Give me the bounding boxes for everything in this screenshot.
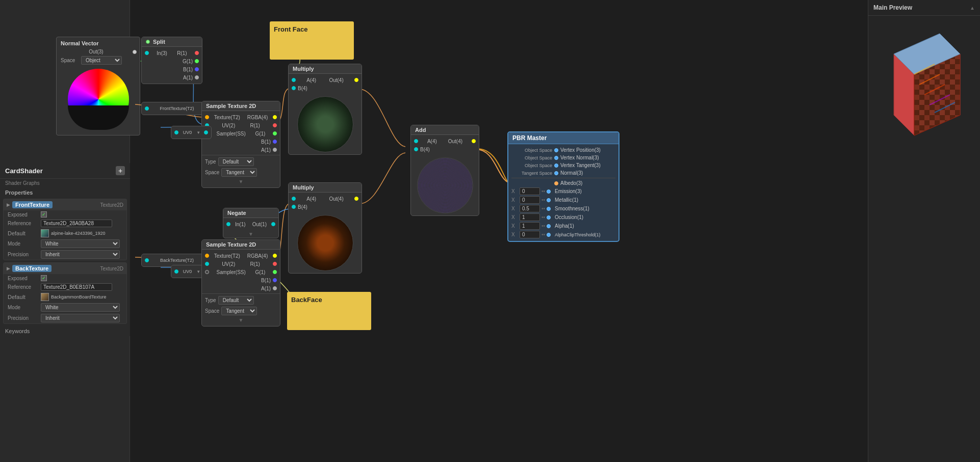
pbr-occlusion-port[interactable] <box>547 215 551 220</box>
multiply2-node: Multiply A(4) Out(4) B(4) <box>288 182 362 274</box>
front-face-title: Front Face <box>274 25 307 33</box>
pbr-vertex-pos-port[interactable] <box>554 148 558 152</box>
back-texture-thumb <box>41 293 49 301</box>
sample-tex1-title: Sample Texture 2D <box>206 103 256 109</box>
pbr-metallic-x[interactable] <box>520 196 540 204</box>
pbr-normal-port[interactable] <box>554 171 558 175</box>
front-texture-precision-select[interactable]: InheritHalfFloat <box>41 250 120 259</box>
st1-b-port[interactable] <box>273 140 277 144</box>
mul1-b-port[interactable] <box>292 86 296 90</box>
pbr-emission-port[interactable] <box>547 189 551 194</box>
shader-graphs-label: Shader Graphs <box>0 179 130 187</box>
front-texture-section: ▶ FrontTexture Texture2D Exposed ✓ Refer… <box>3 199 127 260</box>
st2-uv-port[interactable] <box>205 262 209 266</box>
mul1-out-port[interactable] <box>354 78 358 82</box>
pbr-smoothness-x[interactable] <box>520 205 540 212</box>
st2-type-select[interactable]: Default <box>218 296 254 305</box>
mul2-a-port[interactable] <box>292 197 296 201</box>
front-texture-reference-input[interactable] <box>41 220 112 227</box>
pbr-vertex-normal-port[interactable] <box>554 156 558 160</box>
back-texture-precision-row: Precision InheritHalf <box>4 313 126 323</box>
normal-vector-space-select[interactable]: Object World Tangent <box>81 56 122 65</box>
add-property-button[interactable]: + <box>116 166 125 175</box>
back-texture-precision-select[interactable]: InheritHalf <box>41 314 120 322</box>
st2-a-port[interactable] <box>273 286 277 290</box>
back-texture-name: BackTexture <box>12 265 51 272</box>
back-texture-default-row: Default BackgammonBoardTexture <box>4 292 126 302</box>
st1-r-port[interactable] <box>273 123 277 127</box>
back-texture-type: Texture2D <box>100 266 123 271</box>
color-wheel <box>68 69 129 130</box>
st1-g-port[interactable] <box>273 131 277 135</box>
preview-cube-svg <box>873 23 975 151</box>
front-texture-type: Texture2D <box>100 202 123 208</box>
back-texture-default-value: BackgammonBoardTexture <box>51 294 122 300</box>
mul2-out-port[interactable] <box>354 197 358 201</box>
pbr-metallic-port[interactable] <box>547 198 551 202</box>
st1-space-select[interactable]: TangentObjectWorld <box>221 168 257 177</box>
negate-node: Negate In(1) Out(1) ▼ <box>223 208 279 238</box>
pbr-alpha-clip-x[interactable] <box>520 231 540 238</box>
back-texture-reference-input[interactable] <box>41 283 112 291</box>
front-texture-exposed-check[interactable]: ✓ <box>41 211 47 218</box>
back-tex-ref-in[interactable] <box>145 258 149 262</box>
split-b-port[interactable] <box>195 67 199 71</box>
pbr-alpha-port[interactable] <box>547 224 551 228</box>
pbr-master-title: PBR Master <box>508 132 618 144</box>
front-tex-ref-in[interactable] <box>145 106 149 111</box>
back-texture-triangle: ▶ <box>7 266 10 271</box>
front-texture-header[interactable]: ▶ FrontTexture Texture2D <box>4 199 126 210</box>
st1-rgba-port[interactable] <box>273 115 277 119</box>
front-texture-precision-row: Precision InheritHalfFloat <box>4 249 126 260</box>
st2-texture-port[interactable] <box>205 254 209 258</box>
st2-sampler-port[interactable] <box>205 270 209 274</box>
split-title: Split <box>153 39 165 45</box>
pbr-smoothness-port[interactable] <box>547 207 551 211</box>
mul1-a-port[interactable] <box>292 78 296 82</box>
split-in-port[interactable] <box>145 51 149 55</box>
negate-out-port[interactable] <box>271 222 275 226</box>
uv0-1-out[interactable] <box>204 130 208 134</box>
st2-b-port[interactable] <box>273 278 277 282</box>
back-texture-section: ▶ BackTexture Texture2D Exposed ✓ Refere… <box>3 262 127 324</box>
sample-texture-1-node: Sample Texture 2D Texture(T2) RGBA(4) UV… <box>201 101 280 188</box>
st1-a-port[interactable] <box>273 148 277 152</box>
pbr-alpha-clip-port[interactable] <box>547 233 551 237</box>
multiply2-title: Multiply <box>293 184 314 191</box>
st1-type-select[interactable]: Default <box>218 157 254 166</box>
back-texture-header[interactable]: ▶ BackTexture Texture2D <box>4 263 126 274</box>
back-texture-mode-select[interactable]: WhiteBlack <box>41 303 120 312</box>
negate-in-port[interactable] <box>226 222 230 226</box>
pbr-albedo-port[interactable] <box>554 181 558 185</box>
multiply1-node: Multiply A(4) Out(4) B(4) <box>288 64 362 155</box>
add-title: Add <box>415 127 426 133</box>
sample-tex2-title: Sample Texture 2D <box>206 241 256 248</box>
add-b-port[interactable] <box>414 147 418 151</box>
split-a-port[interactable] <box>195 75 199 79</box>
back-texture-exposed-check[interactable]: ✓ <box>41 275 47 281</box>
st2-r-port[interactable] <box>273 262 277 266</box>
add-preview <box>417 157 473 213</box>
st1-texture-port[interactable] <box>205 115 209 119</box>
front-texture-reference-row: Reference <box>4 219 126 228</box>
uv0-1-in[interactable] <box>174 130 178 134</box>
back-texture-exposed-row: Exposed ✓ <box>4 274 126 282</box>
normal-vector-node: Normal Vector Out(3) Space Object World … <box>56 37 140 135</box>
pbr-emission-x[interactable] <box>520 187 540 195</box>
st2-space-select[interactable]: TangentObject <box>221 307 257 315</box>
pbr-alpha-x[interactable] <box>520 222 540 230</box>
add-out-port[interactable] <box>472 139 476 143</box>
front-texture-mode-select[interactable]: WhiteBlackGray <box>41 239 120 248</box>
st2-g-port[interactable] <box>273 270 277 274</box>
pbr-vertex-tangent-port[interactable] <box>554 164 558 168</box>
split-g-port[interactable] <box>195 59 199 63</box>
split-node: Split In(3) R(1) G(1) B(1) A(1) <box>141 37 202 84</box>
front-texture-thumb <box>41 229 49 237</box>
keywords-label: Keywords <box>0 326 130 336</box>
split-r-port[interactable] <box>195 51 199 55</box>
pbr-occlusion-x[interactable] <box>520 213 540 221</box>
uv0-2-in[interactable] <box>174 269 178 274</box>
st2-rgba-port[interactable] <box>273 254 277 258</box>
mul2-b-port[interactable] <box>292 205 296 209</box>
add-a-port[interactable] <box>414 139 418 143</box>
